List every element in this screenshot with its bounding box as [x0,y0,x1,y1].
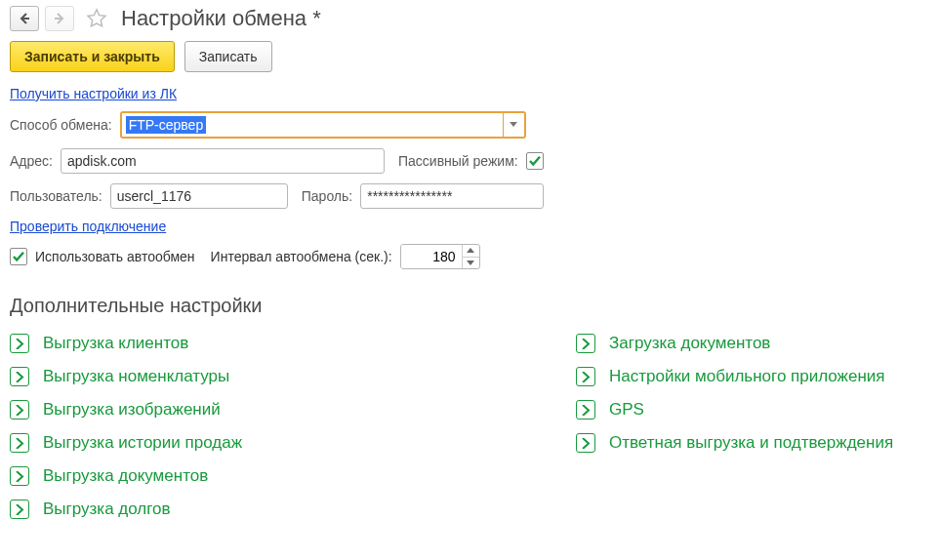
chevron-right-icon [16,438,24,449]
expand-toggle[interactable] [576,400,595,420]
chevron-right-icon [16,471,24,482]
get-settings-link[interactable]: Получить настройки из ЛК [10,86,177,101]
check-icon [528,154,542,168]
chevron-right-icon [16,372,24,382]
expandable-item-label: Выгрузка истории продаж [43,433,242,453]
expand-toggle[interactable] [10,400,29,420]
expandable-item-label: Выгрузка долгов [43,500,171,519]
chevron-right-icon [582,372,591,382]
interval-step-up[interactable] [463,245,479,257]
expand-toggle[interactable] [576,433,595,453]
interval-step-down[interactable] [463,257,479,269]
caret-down-icon [467,260,474,265]
expandable-item[interactable]: Выгрузка изображений [10,393,537,426]
save-button[interactable]: Записать [184,41,272,72]
check-icon [12,250,25,263]
additional-settings-right: Загрузка документовНастройки мобильного … [576,327,893,526]
expandable-item[interactable]: Настройки мобильного приложения [576,360,893,393]
passive-mode-checkbox[interactable] [526,152,544,170]
arrow-right-icon [53,12,66,25]
exchange-method-value: FTP-сервер [126,116,207,134]
chevron-down-icon [510,122,517,128]
password-label: Пароль: [302,188,352,204]
star-icon [86,8,107,29]
arrow-left-icon [18,12,31,25]
expand-toggle[interactable] [576,367,595,386]
expandable-item[interactable]: Загрузка документов [576,327,893,360]
chevron-right-icon [582,339,591,349]
page-title: Настройки обмена * [121,6,321,31]
passive-mode-label: Пассивный режим: [398,153,518,169]
chevron-right-icon [582,438,591,449]
expandable-item-label: Выгрузка изображений [43,400,221,420]
additional-settings-header: Дополнительные настройки [10,295,930,317]
interval-input[interactable] [401,245,462,268]
expandable-item[interactable]: Выгрузка клиентов [10,327,537,360]
address-label: Адрес: [10,153,53,169]
expand-toggle[interactable] [10,367,29,386]
address-input[interactable] [61,148,385,174]
expandable-item-label: GPS [609,400,644,420]
exchange-method-dropdown[interactable]: FTP-сервер [120,111,526,139]
expandable-item[interactable]: GPS [576,393,893,426]
expand-toggle[interactable] [576,334,595,353]
toolbar: Записать и закрыть Записать [10,41,930,72]
save-close-button[interactable]: Записать и закрыть [10,41,175,72]
interval-stepper-controls [462,245,479,268]
caret-up-icon [467,248,474,253]
expandable-item-label: Настройки мобильного приложения [609,367,885,386]
interval-stepper[interactable] [400,244,480,269]
additional-settings-left: Выгрузка клиентовВыгрузка номенклатурыВы… [10,327,537,526]
expandable-item-label: Выгрузка клиентов [43,334,188,353]
expandable-item[interactable]: Ответная выгрузка и подтверждения [576,426,893,460]
header-bar: Настройки обмена * [10,6,930,31]
exchange-method-value-wrap: FTP-сервер [122,113,503,137]
exchange-method-dropdown-button[interactable] [503,113,524,137]
chevron-right-icon [16,504,24,515]
expandable-item[interactable]: Выгрузка документов [10,460,537,493]
auto-exchange-checkbox[interactable] [10,248,27,265]
check-connection-link[interactable]: Проверить подключение [10,219,166,234]
password-input[interactable] [360,183,544,209]
expandable-item[interactable]: Выгрузка номенклатуры [10,360,537,393]
forward-button [45,6,74,31]
expand-toggle[interactable] [10,500,29,519]
additional-settings-columns: Выгрузка клиентовВыгрузка номенклатурыВы… [10,327,930,526]
chevron-right-icon [582,405,591,416]
expand-toggle[interactable] [10,433,29,453]
chevron-right-icon [16,405,24,416]
expandable-item-label: Загрузка документов [609,334,770,353]
expandable-item-label: Выгрузка номенклатуры [43,367,229,386]
expandable-item-label: Ответная выгрузка и подтверждения [609,433,893,453]
chevron-right-icon [16,339,24,349]
expandable-item-label: Выгрузка документов [43,466,208,486]
favorite-button[interactable] [84,6,109,31]
exchange-method-label: Способ обмена: [10,117,112,133]
expandable-item[interactable]: Выгрузка истории продаж [10,426,537,460]
back-button[interactable] [10,6,39,31]
auto-exchange-interval-label: Интервал автообмена (сек.): [211,249,392,264]
user-label: Пользователь: [10,188,102,204]
expand-toggle[interactable] [10,334,29,353]
user-input[interactable] [110,183,288,209]
expand-toggle[interactable] [10,466,29,486]
expandable-item[interactable]: Выгрузка долгов [10,493,537,526]
auto-exchange-label: Использовать автообмен [35,249,195,264]
